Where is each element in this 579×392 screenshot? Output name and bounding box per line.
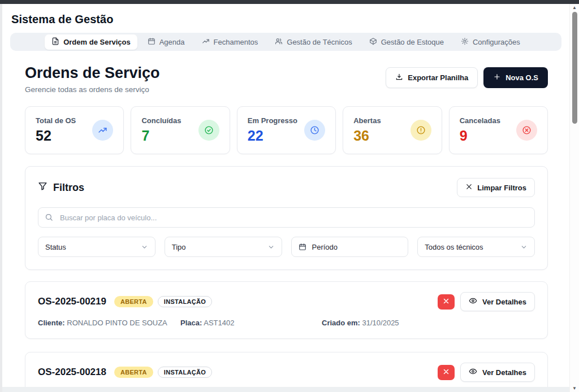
eye-icon bbox=[469, 297, 477, 307]
chevron-down-icon bbox=[141, 243, 148, 251]
gear-icon bbox=[461, 37, 469, 47]
plate-label: Placa: bbox=[180, 319, 202, 327]
tab-label: Agenda bbox=[159, 38, 185, 46]
chevron-down-icon bbox=[520, 243, 528, 251]
export-spreadsheet-button[interactable]: Exportar Planilha bbox=[386, 67, 478, 88]
view-details-button[interactable]: Ver Detalhes bbox=[460, 363, 535, 382]
stat-card-total: Total de OS 52 bbox=[25, 106, 124, 154]
stat-label: Concluídas bbox=[141, 116, 181, 125]
close-icon bbox=[465, 183, 473, 192]
main-nav: Ordem de Serviços Agenda Fechamentos Ges… bbox=[10, 33, 561, 51]
page-title: Ordens de Serviço bbox=[25, 64, 160, 82]
x-circle-icon bbox=[516, 120, 537, 141]
page-header-text: Ordens de Serviço Gerencie todas as orde… bbox=[25, 64, 160, 94]
export-label: Exportar Planilha bbox=[408, 73, 468, 82]
page-actions: Exportar Planilha Nova O.S bbox=[386, 67, 548, 88]
scrollbar-thumb[interactable] bbox=[572, 12, 577, 124]
search-input[interactable] bbox=[38, 207, 535, 228]
trending-up-icon bbox=[202, 37, 210, 47]
stat-value: 9 bbox=[460, 128, 500, 144]
app-header: Sistema de Gestão bbox=[2, 4, 569, 33]
tab-label: Ordem de Serviços bbox=[63, 38, 131, 46]
close-icon bbox=[443, 368, 450, 377]
stat-value: 22 bbox=[248, 128, 297, 144]
stat-card-concluidas: Concluídas 7 bbox=[131, 106, 230, 154]
order-id: OS-2025-00219 bbox=[38, 296, 106, 307]
package-icon bbox=[369, 37, 377, 47]
created-label: Criado em: bbox=[322, 319, 360, 327]
trending-up-icon bbox=[92, 120, 113, 141]
type-select[interactable]: Tipo bbox=[165, 237, 282, 257]
stat-label: Canceladas bbox=[460, 116, 500, 125]
new-os-button[interactable]: Nova O.S bbox=[483, 67, 548, 88]
stat-card-abertas: Abertas 36 bbox=[343, 106, 442, 154]
filters-title: Filtros bbox=[38, 181, 84, 194]
new-os-label: Nova O.S bbox=[505, 73, 538, 82]
order-card: OS-2025-00218 ABERTA INSTALAÇÃO Ver Deta… bbox=[25, 352, 548, 392]
main-page: Sistema de Gestão Ordem de Serviços Agen… bbox=[2, 4, 569, 392]
view-details-button[interactable]: Ver Detalhes bbox=[460, 292, 535, 311]
plate-value: AST1402 bbox=[204, 319, 234, 327]
period-picker[interactable]: Período bbox=[291, 237, 409, 257]
window-top-edge bbox=[0, 0, 579, 4]
clear-filters-button[interactable]: Limpar Filtros bbox=[457, 178, 535, 197]
clock-icon bbox=[304, 120, 325, 141]
tab-label: Gestão de Estoque bbox=[381, 38, 444, 46]
tab-fechamentos[interactable]: Fechamentos bbox=[195, 34, 265, 50]
delete-order-button[interactable] bbox=[438, 365, 455, 380]
stat-card-canceladas: Canceladas 9 bbox=[449, 106, 548, 154]
type-badge: INSTALAÇÃO bbox=[158, 296, 212, 307]
stat-value: 7 bbox=[141, 128, 181, 144]
stat-label: Em Progresso bbox=[248, 116, 297, 125]
stat-label: Total de OS bbox=[36, 116, 76, 125]
tab-gestao-de-tecnicos[interactable]: Gestão de Técnicos bbox=[268, 34, 358, 50]
check-circle-icon bbox=[198, 120, 219, 141]
status-select[interactable]: Status bbox=[38, 237, 155, 257]
status-badge: ABERTA bbox=[114, 367, 153, 378]
file-text-icon bbox=[51, 37, 59, 47]
client-value: RONALDO PINTO DE SOUZA bbox=[67, 319, 167, 327]
stat-value: 36 bbox=[353, 128, 381, 144]
stat-label: Abertas bbox=[353, 116, 381, 125]
tab-configuracoes[interactable]: Configurações bbox=[454, 34, 527, 50]
close-icon bbox=[443, 298, 450, 306]
tab-label: Configurações bbox=[473, 38, 520, 46]
tab-ordem-de-servicos[interactable]: Ordem de Serviços bbox=[45, 34, 137, 50]
page-header: Ordens de Serviço Gerencie todas as orde… bbox=[2, 51, 569, 94]
calendar-icon bbox=[148, 37, 155, 47]
eye-icon bbox=[469, 367, 477, 377]
plus-icon bbox=[493, 73, 501, 82]
vertical-scrollbar[interactable]: ▲ ▼ bbox=[569, 4, 579, 392]
scroll-down-arrow[interactable]: ▼ bbox=[570, 386, 579, 391]
page-subtitle: Gerencie todas as ordens de serviço bbox=[25, 85, 160, 94]
status-badge: ABERTA bbox=[114, 296, 153, 307]
scroll-up-arrow[interactable]: ▲ bbox=[570, 5, 579, 11]
tab-gestao-de-estoque[interactable]: Gestão de Estoque bbox=[362, 34, 451, 50]
type-badge: INSTALAÇÃO bbox=[158, 367, 212, 378]
calendar-icon bbox=[299, 243, 306, 251]
stat-card-em-progresso: Em Progresso 22 bbox=[237, 106, 336, 154]
tab-label: Gestão de Técnicos bbox=[287, 38, 352, 46]
tab-agenda[interactable]: Agenda bbox=[141, 34, 192, 50]
funnel-icon bbox=[38, 181, 47, 194]
window-left-edge bbox=[0, 4, 2, 392]
technician-select[interactable]: Todos os técnicos bbox=[417, 237, 535, 257]
tab-label: Fechamentos bbox=[214, 38, 258, 46]
created-value: 31/10/2025 bbox=[362, 319, 399, 327]
filters-panel: Filtros Limpar Filtros Status Tipo Perío… bbox=[25, 166, 548, 270]
order-card: OS-2025-00219 ABERTA INSTALAÇÃO Ver Deta… bbox=[25, 281, 548, 339]
window-bottom-edge bbox=[2, 387, 569, 392]
order-id: OS-2025-00218 bbox=[38, 367, 106, 378]
stat-value: 52 bbox=[36, 128, 76, 144]
delete-order-button[interactable] bbox=[438, 294, 455, 310]
download-icon bbox=[395, 73, 403, 82]
users-icon bbox=[275, 37, 283, 47]
chevron-down-icon bbox=[267, 243, 275, 251]
client-label: Cliente: bbox=[38, 319, 65, 327]
stats-row: Total de OS 52 Concluídas 7 Em Progresso… bbox=[25, 106, 548, 154]
app-title: Sistema de Gestão bbox=[11, 13, 560, 26]
alert-circle-icon bbox=[411, 120, 431, 141]
